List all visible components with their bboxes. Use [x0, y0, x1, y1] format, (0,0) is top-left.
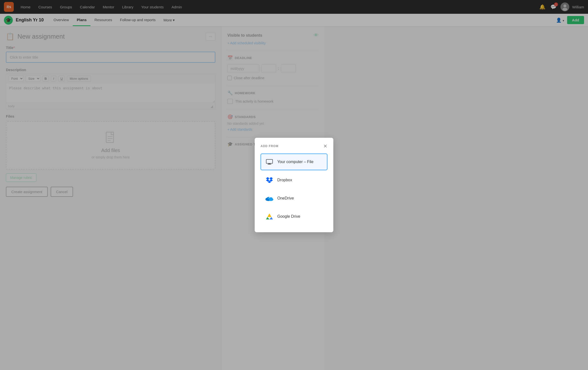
- computer-option-label: Your computer – File: [277, 160, 313, 164]
- googledrive-icon: [265, 212, 274, 221]
- googledrive-option-label: Google Drive: [277, 214, 300, 219]
- add-from-modal: ADD FROM ✕ Your computer – File: [255, 138, 333, 232]
- modal-option-googledrive[interactable]: Google Drive: [261, 208, 327, 225]
- modal-title: ADD FROM: [261, 144, 279, 148]
- onedrive-icon: [265, 194, 274, 203]
- dropbox-icon: [265, 176, 274, 185]
- onedrive-option-label: OneDrive: [277, 196, 294, 200]
- modal-close-button[interactable]: ✕: [323, 144, 327, 149]
- modal-header: ADD FROM ✕: [261, 144, 327, 149]
- svg-marker-22: [267, 214, 271, 217]
- dropbox-option-label: Dropbox: [277, 178, 292, 182]
- modal-overlay[interactable]: ADD FROM ✕ Your computer – File: [0, 0, 588, 370]
- modal-option-computer[interactable]: Your computer – File: [261, 154, 327, 170]
- svg-marker-21: [269, 217, 273, 219]
- computer-icon: [265, 157, 274, 166]
- modal-option-onedrive[interactable]: OneDrive: [261, 190, 327, 207]
- svg-rect-7: [266, 159, 273, 163]
- modal-option-dropbox[interactable]: Dropbox: [261, 172, 327, 188]
- svg-marker-20: [266, 217, 269, 219]
